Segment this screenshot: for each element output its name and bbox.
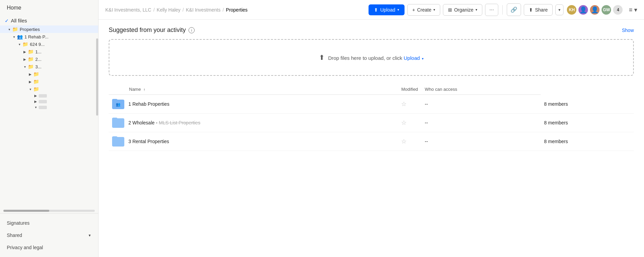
more-button[interactable]: ··· (485, 4, 498, 16)
modified-cell: -- (422, 95, 541, 114)
folder-icon: 📁 (28, 64, 34, 69)
folder-icon: 📁 (33, 86, 39, 92)
upload-button[interactable]: ⬆ Upload ▾ (369, 4, 404, 15)
star-button[interactable]: ☆ (401, 100, 407, 108)
folder-icon: 📁 (28, 49, 34, 54)
avatar-2[interactable]: 👤 (578, 4, 589, 15)
avatar-count[interactable]: 4 (612, 4, 623, 15)
star-cell[interactable]: ☆ (398, 95, 421, 114)
tree-item-1[interactable]: ▶ 📁 1... (0, 48, 98, 55)
upload-link[interactable]: Upload ▾ (404, 55, 424, 61)
chevron-icon: ▾ (33, 105, 39, 109)
tree-item-rehab[interactable]: ▾ 👥 1 Rehab P... (0, 33, 98, 40)
menu-toggle-icon[interactable]: ≡ ▾ (629, 6, 637, 14)
check-icon: ✓ (5, 18, 9, 23)
modified-cell: -- (422, 132, 541, 151)
avatar-group: KH 👤 👤 GW 4 (566, 4, 623, 15)
copy-link-button[interactable]: 🔗 (507, 3, 521, 16)
chevron-icon: ▾ (6, 28, 12, 31)
table-row[interactable]: 2 Wholesale - MLS List Properties☆--8 me… (109, 114, 634, 132)
tree-item-sub1[interactable]: ▶ 📁 (0, 70, 98, 78)
share-chevron-button[interactable]: ▾ (555, 4, 564, 15)
sidebar-item-shared[interactable]: Shared ▼ (0, 229, 98, 241)
upload-arrow-icon: ⬆ (319, 54, 325, 61)
breadcrumb-separator-2: / (182, 7, 184, 13)
organize-button[interactable]: ⊞ Organize ▾ (443, 4, 482, 16)
sidebar-item-all-files[interactable]: ✓ All files (0, 16, 98, 25)
tree-item-sub2[interactable]: ▶ 📁 (0, 78, 98, 85)
info-icon[interactable]: i (189, 27, 195, 33)
upload-chevron-icon: ▾ (397, 8, 399, 12)
chevron-icon: ▾ (22, 65, 28, 69)
folder-icon: 📁 (33, 71, 39, 77)
star-cell[interactable]: ☆ (398, 132, 421, 151)
chevron-icon: ▾ (27, 87, 33, 91)
tree-item-deep1[interactable]: ▶ (0, 93, 98, 99)
tree-item-deep3[interactable]: ▾ (0, 104, 98, 110)
create-chevron-icon: ▾ (433, 8, 435, 12)
chevron-icon: ▶ (33, 94, 39, 98)
sort-icon: ↑ (143, 87, 145, 91)
upload-dropdown-icon: ▾ (422, 57, 424, 61)
share-icon: ⬆ (529, 7, 533, 13)
chevron-icon: ▶ (33, 100, 39, 103)
sidebar-bottom: Signatures Shared ▼ Privacy and legal (0, 213, 98, 257)
chevron-icon: ▾ (16, 42, 22, 46)
folder-icon: 📁 (28, 56, 34, 62)
share-button[interactable]: ⬆ Share (524, 4, 553, 16)
tree-item-624[interactable]: ▾ 📁 624 9... (0, 40, 98, 48)
file-name-label: 1 Rehab Properties (128, 101, 169, 107)
access-cell: 8 members (541, 95, 634, 114)
star-button[interactable]: ☆ (401, 138, 407, 145)
table-row[interactable]: 👥1 Rehab Properties☆--8 members (109, 95, 634, 114)
tree-item-2[interactable]: ▶ 📁 2... (0, 55, 98, 63)
chevron-icon: ▶ (22, 57, 28, 61)
table-row[interactable]: 3 Rental Properties☆--8 members (109, 132, 634, 151)
breadcrumb: K&I Investments, LLC / Kelly Haley / K&I… (105, 7, 248, 13)
drop-zone[interactable]: ⬆ Drop files here to upload, or click Up… (109, 39, 634, 76)
create-button[interactable]: + Create ▾ (407, 4, 440, 16)
star-button[interactable]: ☆ (401, 119, 407, 126)
access-cell: 8 members (541, 114, 634, 132)
breadcrumb-part-3[interactable]: K&I Investments (186, 7, 220, 13)
upload-icon: ⬆ (374, 7, 378, 13)
tree-item-properties[interactable]: ▾ 📁 Properties (0, 25, 98, 33)
tree-item-3[interactable]: ▾ 📁 3... (0, 63, 98, 70)
file-name-cell[interactable]: 3 Rental Properties (109, 132, 398, 151)
main-content: K&I Investments, LLC / Kelly Haley / K&I… (99, 0, 644, 257)
access-cell: 8 members (541, 132, 634, 151)
breadcrumb-current[interactable]: Properties (226, 7, 248, 13)
organize-chevron-icon: ▾ (476, 8, 477, 12)
suggested-title: Suggested from your activity i (109, 27, 195, 34)
chevron-icon: ▶ (27, 80, 33, 84)
file-name-cell[interactable]: 👥1 Rehab Properties (109, 95, 398, 114)
folder-icon: 📁 (12, 27, 18, 32)
tree-item-deep2[interactable]: ▶ (0, 99, 98, 104)
breadcrumb-separator-3: / (222, 7, 224, 13)
col-header-name[interactable]: Name ↑ (109, 84, 398, 95)
folder-icon: 📁 (22, 41, 28, 47)
chevron-down-icon: ▼ (88, 234, 91, 237)
breadcrumb-part-1[interactable]: K&I Investments, LLC (105, 7, 151, 13)
tree-item-sub3[interactable]: ▾ 📁 (0, 85, 98, 93)
col-header-access: Who can access (422, 84, 541, 95)
sidebar-item-signatures[interactable]: Signatures (0, 217, 98, 229)
folder-icon (112, 136, 124, 147)
avatar-3[interactable]: 👤 (589, 4, 600, 15)
shared-folder-icon: 👥 (17, 34, 23, 39)
topbar-right: ⬆ Upload ▾ + Create ▾ ⊞ Organize ▾ ··· (369, 3, 637, 16)
avatar-gw[interactable]: GW (601, 4, 612, 15)
sidebar-item-privacy[interactable]: Privacy and legal (0, 241, 98, 254)
plus-icon: + (412, 7, 415, 13)
chevron-icon: ▶ (22, 50, 28, 54)
sidebar-horizontal-scrollbar[interactable] (3, 210, 95, 212)
chevron-icon: ▶ (27, 72, 33, 76)
breadcrumb-part-2[interactable]: Kelly Haley (157, 7, 180, 13)
sidebar-item-home[interactable]: Home (0, 0, 98, 16)
file-tree: ▾ 📁 Properties ▾ 👥 1 Rehab P... ▾ 📁 624 … (0, 25, 98, 210)
file-name-cell[interactable]: 2 Wholesale - MLS List Properties (109, 114, 398, 132)
sidebar: Home ✓ All files ▾ 📁 Properties ▾ 👥 1 Re… (0, 0, 99, 257)
avatar-kh[interactable]: KH (566, 4, 577, 15)
star-cell[interactable]: ☆ (398, 114, 421, 132)
show-button[interactable]: Show (622, 28, 634, 33)
